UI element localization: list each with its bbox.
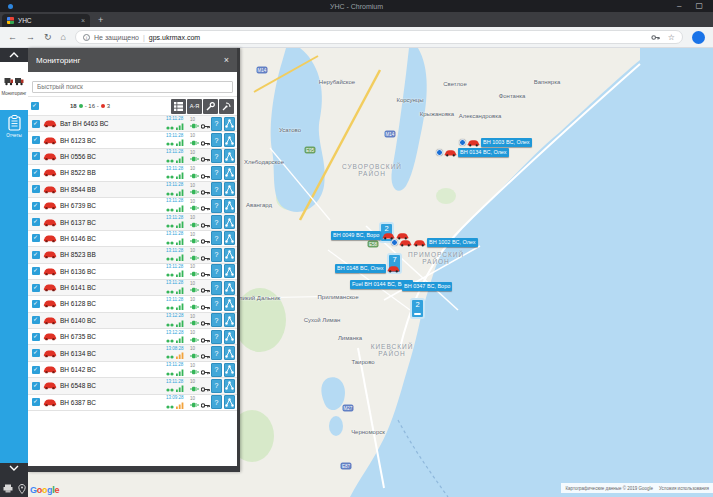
vehicle-track-button[interactable] (224, 264, 235, 278)
site-info-icon[interactable]: i (83, 34, 90, 41)
location-pin-icon[interactable] (18, 484, 26, 494)
vehicle-checkbox[interactable] (32, 218, 40, 226)
vehicle-info-button[interactable]: ? (211, 281, 222, 295)
vehicle-row[interactable]: ВН 6146 ВС 13:11:28 10 (28, 231, 237, 247)
vehicle-marker[interactable]: ВН 1002 ВС, Олех (391, 238, 478, 247)
address-bar[interactable]: i Не защищено | gps.ukrmax.com ☆ (75, 30, 683, 44)
vehicle-track-button[interactable] (224, 248, 235, 262)
vehicle-info-button[interactable]: ? (211, 215, 222, 229)
vehicle-checkbox[interactable] (32, 202, 40, 210)
attribution-terms-link[interactable]: Условия использования (659, 486, 709, 491)
quick-search-input[interactable] (32, 81, 233, 93)
vehicle-track-button[interactable] (224, 281, 235, 295)
printer-icon[interactable] (3, 484, 13, 493)
vehicle-row[interactable]: ВН 8522 ВВ 13:11:28 10 (28, 165, 237, 181)
vehicle-marker[interactable]: ВН 0134 ВС, Олех (436, 148, 509, 157)
home-icon[interactable]: ⌂ (61, 33, 66, 42)
vehicle-checkbox[interactable] (32, 185, 40, 193)
chevron-down-icon[interactable] (9, 465, 19, 471)
vehicle-row[interactable]: ВН 6137 ВС 13:11:28 10 (28, 214, 237, 230)
vehicle-info-button[interactable]: ? (211, 231, 222, 245)
vehicle-checkbox[interactable] (32, 316, 40, 324)
vehicle-map-label[interactable]: ВН 0148 ВС, Олех (335, 264, 386, 273)
vehicle-info-button[interactable]: ? (211, 313, 222, 327)
vehicle-info-button[interactable]: ? (211, 117, 222, 131)
vehicle-row[interactable]: ВН 6123 ВС 13:11:28 10 (28, 132, 237, 148)
sort-az-button[interactable]: А-Я (187, 99, 202, 114)
vehicle-info-button[interactable]: ? (211, 248, 222, 262)
settings-wrench-button[interactable] (203, 99, 218, 114)
vehicle-map-label[interactable]: ВН 0347 ВС, Воро (402, 282, 452, 291)
vehicle-row[interactable]: ВН 8523 ВВ 13:11:28 10 (28, 247, 237, 263)
vehicle-checkbox[interactable] (32, 349, 40, 357)
new-tab-button[interactable]: + (98, 14, 103, 27)
vehicle-track-button[interactable] (224, 117, 235, 131)
vehicle-track-button[interactable] (224, 149, 235, 163)
bookmark-star-icon[interactable]: ☆ (668, 33, 675, 42)
vehicle-checkbox[interactable] (32, 284, 40, 292)
password-key-icon[interactable] (651, 33, 660, 42)
vehicle-track-button[interactable] (224, 215, 235, 229)
reload-icon[interactable]: ↻ (44, 33, 52, 42)
vehicle-track-button[interactable] (224, 133, 235, 147)
panel-close-icon[interactable]: × (224, 55, 229, 65)
back-icon[interactable]: ← (8, 33, 17, 42)
vehicle-track-button[interactable] (224, 330, 235, 344)
vehicle-track-button[interactable] (224, 395, 235, 409)
vehicle-checkbox[interactable] (32, 251, 40, 259)
vehicle-row[interactable]: ВН 6739 ВС 13:11:28 10 (28, 198, 237, 214)
vehicle-track-button[interactable] (224, 231, 235, 245)
vehicle-checkbox[interactable] (32, 234, 40, 242)
vehicle-row[interactable]: ВН 6128 ВС 13:11:28 10 (28, 296, 237, 312)
vehicle-info-button[interactable]: ? (211, 199, 222, 213)
forward-icon[interactable]: → (26, 33, 35, 42)
vehicle-track-button[interactable] (224, 166, 235, 180)
vehicle-row[interactable]: ВН 6387 ВС 13:09:28 10 (28, 395, 237, 411)
vehicle-row[interactable]: Ват ВН 6463 ВС 13:11:28 10 (28, 116, 237, 132)
panel-resize-handle[interactable] (28, 466, 237, 472)
gps-command-button[interactable] (219, 99, 234, 114)
vehicle-track-button[interactable] (224, 313, 235, 327)
vehicle-checkbox[interactable] (32, 300, 40, 308)
vehicle-row[interactable]: ВН 6548 ВС 13:11:28 10 (28, 378, 237, 394)
vehicle-row[interactable]: ВН 6142 ВС 13:11:28 10 (28, 362, 237, 378)
vehicle-info-button[interactable]: ? (211, 346, 222, 360)
vehicle-row[interactable]: ВН 6735 ВС 13:12:28 10 (28, 329, 237, 345)
browser-tab[interactable]: УНС × (2, 14, 90, 27)
vehicle-info-button[interactable]: ? (211, 133, 222, 147)
vehicle-info-button[interactable]: ? (211, 264, 222, 278)
vehicle-info-button[interactable]: ? (211, 330, 222, 344)
vehicle-map-label[interactable]: ВН 1002 ВС, Олех (427, 238, 478, 247)
select-all-checkbox[interactable] (31, 102, 39, 110)
vehicle-row[interactable]: ВН 6141 ВС 13:11:28 10 (28, 280, 237, 296)
vehicle-map-label[interactable]: ВН 0134 ВС, Олех (458, 148, 509, 157)
vehicle-info-button[interactable]: ? (211, 149, 222, 163)
vehicle-track-button[interactable] (224, 297, 235, 311)
vehicle-row[interactable]: ВН 8544 ВВ 13:11:28 10 (28, 182, 237, 198)
list-view-button[interactable] (171, 99, 186, 114)
vehicle-checkbox[interactable] (32, 267, 40, 275)
nav-item-monitoring[interactable]: Мониторинг (0, 62, 28, 110)
vehicle-info-button[interactable]: ? (211, 166, 222, 180)
vehicle-info-button[interactable]: ? (211, 182, 222, 196)
vehicle-row[interactable]: ВН 6140 ВС 13:12:28 10 (28, 313, 237, 329)
tab-close-icon[interactable]: × (81, 17, 85, 24)
vehicle-checkbox[interactable] (32, 382, 40, 390)
vehicle-info-button[interactable]: ? (211, 379, 222, 393)
vehicle-row[interactable]: ВН 6136 ВС 13:11:28 10 (28, 264, 237, 280)
vehicle-info-button[interactable]: ? (211, 363, 222, 377)
vehicle-info-button[interactable]: ? (211, 395, 222, 409)
vehicle-checkbox[interactable] (32, 398, 40, 406)
vehicle-marker[interactable]: ВН 1003 ВС, Олех (459, 138, 532, 147)
vehicle-checkbox[interactable] (32, 136, 40, 144)
vehicle-marker[interactable]: ВН 0347 ВС, Воро (402, 282, 452, 291)
nav-collapse-up-button[interactable] (0, 48, 28, 62)
cluster-marker[interactable]: 2 (410, 298, 425, 319)
vehicle-checkbox[interactable] (32, 366, 40, 374)
vehicle-map-label[interactable]: ВН 0049 ВС, Воро (331, 231, 381, 240)
vehicle-checkbox[interactable] (32, 333, 40, 341)
nav-item-reports[interactable]: Отчеты (6, 115, 22, 138)
vehicle-track-button[interactable] (224, 182, 235, 196)
vehicle-checkbox[interactable] (32, 152, 40, 160)
vehicle-checkbox[interactable] (32, 120, 40, 128)
